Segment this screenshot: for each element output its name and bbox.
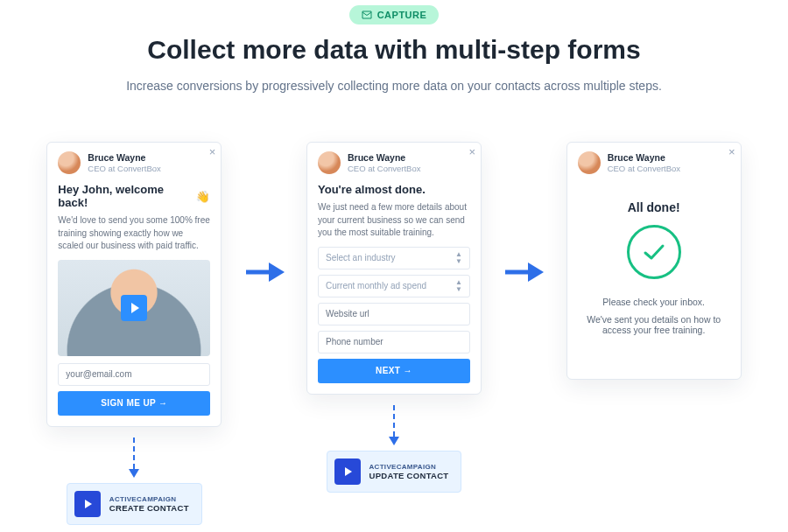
industry-select[interactable]: Select an industry ▲▼: [318, 247, 470, 270]
author-name: Bruce Wayne: [348, 152, 420, 164]
website-input[interactable]: Website url: [318, 303, 470, 326]
next-button[interactable]: NEXT →: [318, 359, 470, 383]
page-headline: Collect more data with multi-step forms: [35, 35, 753, 65]
close-icon[interactable]: ×: [209, 146, 216, 158]
signup-button[interactable]: SIGN ME UP →: [58, 391, 210, 416]
avatar: [318, 151, 341, 174]
card-heading: Hey John, welcome back! 👋: [58, 183, 210, 209]
activecampaign-icon: [74, 491, 101, 517]
card-body: We'd love to send you some 100% free tra…: [58, 214, 210, 253]
card-heading: You're almost done.: [318, 183, 470, 196]
svg-marker-1: [269, 262, 285, 282]
avatar: [58, 151, 81, 174]
integration-chip-create: ACTIVECAMPAIGN CREATE CONTACT: [67, 483, 202, 525]
author-role: CEO at ConvertBox: [608, 164, 680, 173]
email-input[interactable]: your@email.com: [58, 363, 210, 386]
success-check-icon: [627, 225, 681, 279]
envelope-icon: [362, 10, 372, 19]
phone-input[interactable]: Phone number: [318, 331, 470, 354]
play-icon[interactable]: [121, 295, 147, 321]
done-title: All done!: [628, 200, 680, 214]
done-line-1: Please check your inbox.: [602, 297, 705, 307]
page-subhead: Increase conversions by progressively co…: [88, 79, 700, 93]
flow-arrow-down: [393, 405, 395, 445]
chevron-updown-icon: ▲▼: [455, 251, 462, 265]
close-icon[interactable]: ×: [728, 146, 735, 158]
capture-badge: CAPTURE: [349, 5, 440, 24]
avatar: [578, 151, 601, 174]
author-name: Bruce Wayne: [608, 152, 680, 164]
chevron-updown-icon: ▲▼: [455, 279, 462, 293]
flow-arrow-right: [503, 260, 544, 284]
card-body: We just need a few more details about yo…: [318, 201, 470, 240]
adspend-select[interactable]: Current monthly ad spend ▲▼: [318, 275, 470, 298]
step-card-2: × Bruce Wayne CEO at ConvertBox You're a…: [306, 142, 482, 395]
step-card-3: × Bruce Wayne CEO at ConvertBox All done…: [566, 142, 742, 380]
video-thumbnail[interactable]: [58, 260, 210, 356]
close-icon[interactable]: ×: [468, 146, 475, 158]
svg-marker-3: [528, 262, 544, 282]
wave-icon: 👋: [196, 189, 211, 203]
author-role: CEO at ConvertBox: [88, 164, 160, 173]
author-name: Bruce Wayne: [88, 152, 160, 164]
flow-arrow-right: [244, 260, 285, 284]
activecampaign-icon: [334, 458, 361, 485]
step-card-1: × Bruce Wayne CEO at ConvertBox Hey John…: [46, 142, 222, 427]
integration-chip-update: ACTIVECAMPAIGN UPDATE CONTACT: [327, 451, 462, 493]
author-role: CEO at ConvertBox: [348, 164, 420, 173]
done-line-2: We've sent you details on how to access …: [578, 314, 730, 335]
flow-arrow-down: [133, 438, 135, 478]
